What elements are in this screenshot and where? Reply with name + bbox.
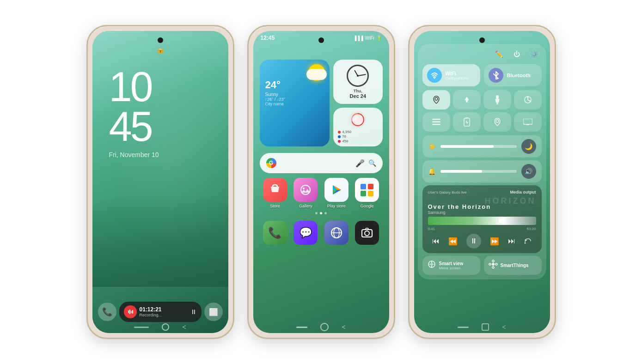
app-camera[interactable] <box>355 221 379 245</box>
volume-track[interactable] <box>440 170 517 173</box>
volume-mute-button[interactable]: 🔊 <box>521 164 536 179</box>
volume-down-button-3[interactable] <box>408 96 410 114</box>
smart-view-button[interactable]: Smart view Mirror screen <box>422 256 480 275</box>
volume-up-button-3[interactable] <box>408 73 410 91</box>
bluetooth-label: Bluetooth <box>507 73 531 78</box>
battery-icon: 🔋 <box>376 36 382 41</box>
app-row-2: 📞 💬 <box>253 216 389 245</box>
wifi-button[interactable]: WiFi CellEpot5GHz <box>422 64 480 86</box>
screen-mirror-toggle[interactable] <box>514 112 542 132</box>
lock-hour: 10 <box>109 67 228 107</box>
lock-phone-button[interactable]: 📞 <box>98 303 116 321</box>
nav-back-button[interactable]: < <box>182 323 186 331</box>
nav-recent-2[interactable] <box>296 327 307 328</box>
power-button-2[interactable] <box>394 82 395 109</box>
app-phone[interactable]: 📞 <box>263 221 287 245</box>
phone-3: ✏️ ⏻ ⚙️ WiFi CellEpot5GHz <box>408 25 556 339</box>
volume-fill <box>440 170 483 173</box>
svg-rect-2 <box>131 311 132 313</box>
svg-point-34 <box>495 263 497 265</box>
phone-3-screen: ✏️ ⏻ ⚙️ WiFi CellEpot5GHz <box>414 31 550 333</box>
nav-home-button[interactable] <box>162 323 169 331</box>
nav-home-2[interactable] <box>320 323 329 331</box>
exercise-dot <box>338 135 341 138</box>
app-gallery[interactable]: Gallery <box>293 178 318 208</box>
power-button[interactable] <box>233 82 234 109</box>
phone-app-icon: 📞 <box>263 221 287 245</box>
media-pause-button[interactable]: ⏸ <box>466 234 481 249</box>
lock-icon: 🔒 <box>156 45 165 54</box>
svg-point-5 <box>303 188 305 189</box>
power-icon[interactable]: ⏻ <box>511 49 522 60</box>
wifi-icon <box>427 68 442 83</box>
nav-home-3[interactable] <box>482 323 489 331</box>
nav-recent-3[interactable] <box>458 327 469 328</box>
app-play-store[interactable]: Play store <box>324 178 349 208</box>
brightness-track[interactable] <box>440 145 517 148</box>
google-search-bar[interactable]: G 🎤 🔍 <box>260 153 383 173</box>
location-toggle[interactable] <box>422 90 450 109</box>
health-ring-inner <box>352 114 363 125</box>
phone-2-screen: 12:45 ▐▐▐ WiFi 🔋 24° Sunny ↑2 <box>253 31 389 333</box>
wifi-network-name: CellEpot5GHz <box>446 76 469 80</box>
flashlight-toggle[interactable] <box>483 90 511 109</box>
lock-bottom-bar: 📞 01:12:21 Recording... ⏸ ⬜ <box>98 302 223 322</box>
voice-search-icon[interactable]: 🎤 <box>355 159 365 168</box>
weather-city: City name <box>265 102 324 106</box>
clock-widget[interactable]: Thu, Dec 24 <box>333 60 382 104</box>
weather-widget[interactable]: 24° Sunny ↑26° / ↓23° City name <box>260 60 330 146</box>
volume-up-button[interactable] <box>86 73 88 91</box>
weather-range: ↑26° / ↓23° <box>265 97 324 102</box>
media-rewind-button[interactable]: ⏪ <box>448 237 458 246</box>
data-saver-toggle[interactable] <box>514 90 542 109</box>
app-internet[interactable] <box>324 221 349 245</box>
battery-saver-toggle[interactable] <box>453 112 481 132</box>
nav-back-3[interactable]: < <box>502 323 506 331</box>
clock-center-dot <box>357 75 359 77</box>
power-button-3[interactable] <box>555 82 556 109</box>
nav-back-2[interactable]: < <box>342 323 345 331</box>
phone-2: 12:45 ▐▐▐ WiFi 🔋 24° Sunny ↑2 <box>247 25 395 339</box>
dark-mode-button[interactable]: 🌙 <box>521 139 536 154</box>
media-waveform[interactable] <box>428 217 536 225</box>
google-icon <box>355 178 379 202</box>
lock-camera-button[interactable]: ⬜ <box>204 303 223 321</box>
smart-things-button[interactable]: SmartThings <box>484 256 542 275</box>
health-stat-calories: 458 <box>338 139 378 143</box>
app-store[interactable]: Store <box>263 178 287 208</box>
wifi-icon: WiFi <box>365 36 374 41</box>
lens-search-icon[interactable]: 🔍 <box>368 159 376 167</box>
recording-notification[interactable]: 01:12:21 Recording... ⏸ <box>119 302 202 322</box>
app-messages[interactable]: 💬 <box>293 221 318 245</box>
steps-dot <box>338 131 341 133</box>
media-player: User's Galaxy Buds live Media output HOR… <box>422 185 542 253</box>
brightness-slider-row: ☀️ 🌙 <box>422 135 542 158</box>
location-toggle-2[interactable] <box>483 112 511 132</box>
nav-recent-apps[interactable] <box>134 327 149 328</box>
feed-toggle[interactable] <box>422 112 450 132</box>
brightness-icon: ☀️ <box>428 143 436 150</box>
navigation-bar: < <box>92 323 228 331</box>
app-google[interactable]: Google <box>355 178 379 208</box>
media-fast-forward-button[interactable]: ⏩ <box>490 237 499 246</box>
volume-up-button-2[interactable] <box>247 73 249 91</box>
signal-icon: ▐▐▐ <box>353 36 363 41</box>
svg-point-4 <box>301 185 310 194</box>
bluetooth-button[interactable]: Bluetooth <box>484 64 542 86</box>
settings-icon[interactable]: ⚙️ <box>529 49 540 60</box>
recording-pause-button[interactable]: ⏸ <box>190 308 197 315</box>
page-indicator <box>253 212 389 214</box>
health-stat-exercise: 76 <box>338 134 378 139</box>
airplane-toggle[interactable] <box>453 90 481 109</box>
phones-container: 🔒 10 45 Fri, November 10 📞 01:12:21 <box>86 25 556 339</box>
media-cast-button[interactable] <box>524 237 532 246</box>
volume-down-button[interactable] <box>86 96 88 114</box>
media-skip-back-button[interactable]: ⏮ <box>432 237 440 245</box>
media-output-label: Media output <box>510 190 536 194</box>
edit-icon[interactable]: ✏️ <box>494 49 505 60</box>
volume-icon: 🔔 <box>428 168 436 175</box>
health-widget[interactable]: 4,350 76 458 <box>333 108 382 146</box>
clock-date: Dec 24 <box>350 93 366 99</box>
media-skip-forward-button[interactable]: ⏭ <box>508 237 515 245</box>
volume-down-button-2[interactable] <box>247 96 249 114</box>
